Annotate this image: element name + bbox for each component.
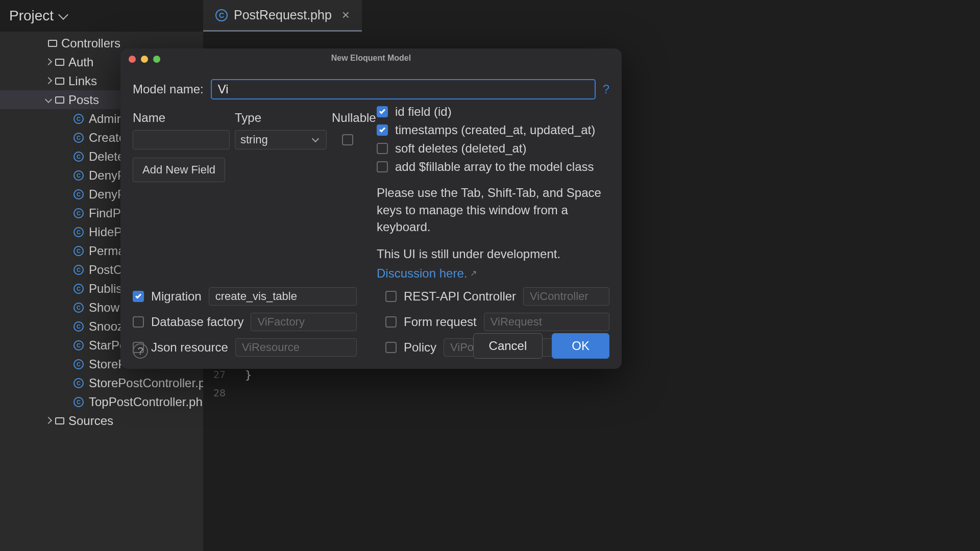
window-minimize-icon[interactable] xyxy=(141,56,148,63)
new-eloquent-model-dialog: New Eloquent Model Model name: ? Name Ty… xyxy=(120,48,622,369)
php-class-icon: C xyxy=(74,284,84,294)
tree-file-item[interactable]: CStorePostController.p xyxy=(0,373,203,392)
id-field-checkbox[interactable] xyxy=(377,106,388,117)
php-class-icon: C xyxy=(74,303,84,313)
chevron-down-icon xyxy=(312,135,319,142)
tree-label: Sources xyxy=(68,414,113,428)
window-zoom-icon[interactable] xyxy=(153,56,160,63)
add-new-field-button[interactable]: Add New Field xyxy=(133,158,225,182)
field-name-input[interactable] xyxy=(133,130,230,149)
php-class-icon: C xyxy=(74,359,84,369)
tab-filename: PostRequest.php xyxy=(234,8,332,22)
php-class-icon: C xyxy=(74,208,84,218)
dialog-title: New Eloquent Model xyxy=(120,48,622,63)
col-type-header: Type xyxy=(235,111,327,125)
factory-label: Database factory xyxy=(151,315,243,329)
tree-label: Links xyxy=(68,74,97,88)
tree-file-label: Perma xyxy=(89,244,125,258)
discussion-link[interactable]: Discussion here. ↗ xyxy=(377,266,477,281)
fillable-checkbox[interactable] xyxy=(377,161,388,172)
json-resource-label: Json resource xyxy=(151,340,228,355)
factory-input[interactable]: ViFactory xyxy=(251,313,357,331)
folder-icon xyxy=(55,59,64,66)
model-name-input[interactable] xyxy=(211,79,596,99)
factory-checkbox[interactable] xyxy=(133,316,144,328)
chevron-right-icon xyxy=(45,77,52,84)
php-class-icon: C xyxy=(74,321,84,332)
window-close-icon[interactable] xyxy=(129,56,136,63)
php-class-icon: C xyxy=(74,340,84,350)
timestamps-label: timestamps (created_at, updated_at) xyxy=(395,123,595,137)
model-name-label: Model name: xyxy=(133,82,204,96)
php-class-icon: C xyxy=(74,170,84,181)
chevron-down-icon xyxy=(58,10,68,20)
php-class-icon: C xyxy=(74,114,84,124)
keyboard-hint-text: Please use the Tab, Shift-Tab, and Space… xyxy=(377,184,611,236)
php-class-icon: C xyxy=(74,246,84,256)
chevron-right-icon xyxy=(45,416,52,423)
tree-label: Controllers xyxy=(61,36,120,51)
col-nullable-header: Nullable xyxy=(332,111,378,125)
gutter-line-number: 27 xyxy=(213,368,226,381)
field-type-select[interactable]: string xyxy=(235,130,327,149)
discussion-link-text: Discussion here. xyxy=(377,266,467,281)
field-nullable-checkbox[interactable] xyxy=(342,134,353,145)
help-icon[interactable]: ? xyxy=(603,82,609,96)
tree-file-label: Snooz xyxy=(89,319,124,334)
php-class-icon: C xyxy=(74,397,84,407)
soft-deletes-checkbox[interactable] xyxy=(377,143,388,154)
rest-controller-label: REST-API Controller xyxy=(404,289,516,304)
field-type-value: string xyxy=(240,133,268,146)
php-class-icon: C xyxy=(215,9,228,21)
tree-file-item[interactable]: CTopPostController.php xyxy=(0,392,203,411)
tree-file-label: TopPostController.php xyxy=(89,395,203,409)
tree-label: Auth xyxy=(68,55,93,69)
rest-controller-input[interactable]: ViController xyxy=(523,287,609,306)
fillable-label: add $fillable array to the model class xyxy=(395,160,594,174)
rest-controller-checkbox[interactable] xyxy=(385,291,397,302)
folder-icon xyxy=(55,78,64,85)
form-request-checkbox[interactable] xyxy=(385,316,397,328)
tree-label: Posts xyxy=(68,93,99,107)
project-toolwindow-label[interactable]: Project xyxy=(0,8,76,24)
timestamps-checkbox[interactable] xyxy=(377,124,388,136)
code-text: } xyxy=(245,368,252,381)
php-class-icon: C xyxy=(74,152,84,162)
php-class-icon: C xyxy=(74,378,84,388)
tree-file-label: StorePostController.p xyxy=(89,376,203,390)
soft-deletes-label: soft deletes (deleted_at) xyxy=(395,141,527,156)
chevron-right-icon xyxy=(45,58,52,65)
php-class-icon: C xyxy=(74,227,84,237)
gutter-line-number: 28 xyxy=(213,387,226,399)
external-link-icon: ↗ xyxy=(470,268,477,278)
php-class-icon: C xyxy=(74,265,84,275)
policy-label: Policy xyxy=(404,340,436,355)
tree-folder-sources[interactable]: Sources xyxy=(0,411,203,430)
form-request-label: Form request xyxy=(404,315,477,329)
php-class-icon: C xyxy=(74,189,84,199)
close-icon[interactable]: × xyxy=(342,7,350,23)
form-request-input[interactable]: ViRequest xyxy=(484,313,609,331)
dev-notice-text: This UI is still under development. xyxy=(377,247,611,261)
project-label-text: Project xyxy=(9,8,54,24)
migration-checkbox[interactable] xyxy=(133,291,144,302)
json-resource-input[interactable]: ViResource xyxy=(235,338,357,357)
ok-button[interactable]: OK xyxy=(552,333,609,359)
folder-icon xyxy=(55,96,64,104)
tree-file-label: Admin xyxy=(89,112,124,126)
policy-checkbox[interactable] xyxy=(385,342,397,353)
id-field-label: id field (id) xyxy=(395,105,452,119)
tree-file-label: Publisl xyxy=(89,282,125,296)
dialog-help-button[interactable]: ? xyxy=(133,343,148,359)
editor-tab-postrequest[interactable]: C PostRequest.php × xyxy=(203,0,362,32)
tree-file-label: Delete xyxy=(89,149,124,164)
folder-icon xyxy=(55,417,64,424)
chevron-down-icon xyxy=(45,95,52,103)
php-class-icon: C xyxy=(74,133,84,143)
migration-label: Migration xyxy=(151,289,202,304)
cancel-button[interactable]: Cancel xyxy=(473,333,543,359)
col-name-header: Name xyxy=(133,111,230,125)
migration-name-input[interactable]: create_vis_table xyxy=(209,287,357,306)
folder-icon xyxy=(48,40,57,47)
